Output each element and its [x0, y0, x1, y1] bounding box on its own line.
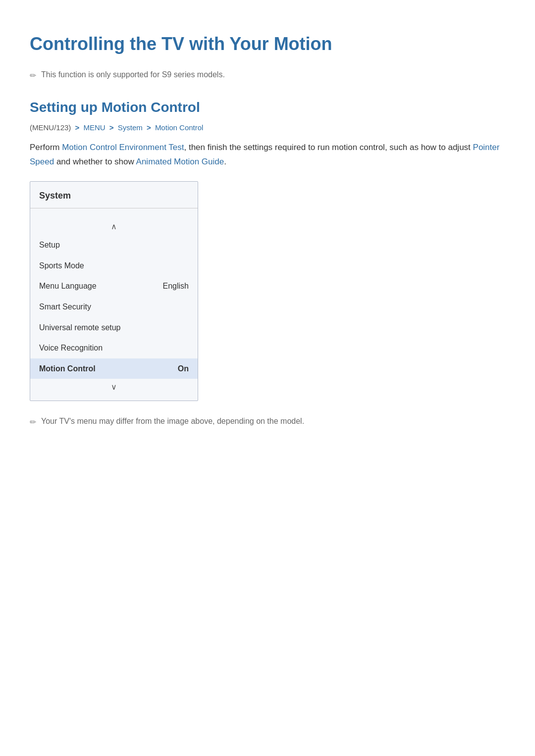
menu-item-menu-language[interactable]: Menu LanguageEnglish [30, 276, 198, 297]
menu-item-label: Sports Mode [39, 259, 84, 272]
menu-item-label: Universal remote setup [39, 321, 121, 334]
arrow-up-icon[interactable]: ∧ [30, 217, 198, 235]
menu-item-label: Menu Language [39, 280, 97, 293]
note-row-2: ✏ Your TV's menu may differ from the ima… [30, 415, 505, 429]
bc-motion-control[interactable]: Motion Control [155, 123, 204, 132]
menu-item-label: Motion Control [39, 362, 96, 375]
note-row-1: ✏ This function is only supported for S9… [30, 68, 505, 82]
menu-item-universal-remote-setup[interactable]: Universal remote setup [30, 317, 198, 338]
description: Perform Motion Control Environment Test,… [30, 141, 505, 169]
menu-divider [30, 208, 198, 208]
pencil-icon-2: ✏ [30, 416, 36, 429]
note-text-2: Your TV's menu may differ from the image… [41, 415, 304, 428]
desc-part3: and whether to show [54, 157, 136, 166]
bc-system[interactable]: System [118, 123, 143, 132]
menu-items-container: SetupSports ModeMenu LanguageEnglishSmar… [30, 235, 198, 379]
menu-item-label: Smart Security [39, 301, 91, 313]
system-menu-title: System [30, 182, 198, 208]
desc-part4: . [224, 157, 226, 166]
menu-item-value: English [163, 280, 189, 293]
desc-link3[interactable]: Animated Motion Guide [136, 157, 224, 166]
bc-arrow-3: > [147, 123, 151, 132]
desc-part2: , then finish the settings required to r… [184, 143, 473, 152]
menu-item-setup[interactable]: Setup [30, 235, 198, 255]
breadcrumb: (MENU/123) > MENU > System > Motion Cont… [30, 122, 505, 134]
system-menu-box: System ∧ SetupSports ModeMenu LanguageEn… [30, 181, 198, 401]
menu-item-sports-mode[interactable]: Sports Mode [30, 255, 198, 276]
note-text-1: This function is only supported for S9 s… [41, 68, 225, 81]
menu-item-voice-recognition[interactable]: Voice Recognition [30, 338, 198, 358]
bc-menu123: (MENU/123) [30, 123, 71, 132]
bc-menu[interactable]: MENU [83, 123, 105, 132]
menu-item-label: Setup [39, 239, 60, 252]
menu-item-value: On [178, 362, 189, 375]
pencil-icon-1: ✏ [30, 69, 36, 82]
bc-arrow-2: > [109, 123, 114, 132]
bc-arrow-1: > [75, 123, 80, 132]
desc-link1[interactable]: Motion Control Environment Test [62, 143, 184, 152]
desc-part1: Perform [30, 143, 62, 152]
page-title: Controlling the TV with Your Motion [30, 30, 505, 58]
menu-item-motion-control[interactable]: Motion ControlOn [30, 358, 198, 379]
menu-item-label: Voice Recognition [39, 342, 103, 354]
arrow-down-icon[interactable]: ∨ [30, 379, 198, 397]
menu-item-smart-security[interactable]: Smart Security [30, 297, 198, 317]
section-title: Setting up Motion Control [30, 97, 505, 119]
